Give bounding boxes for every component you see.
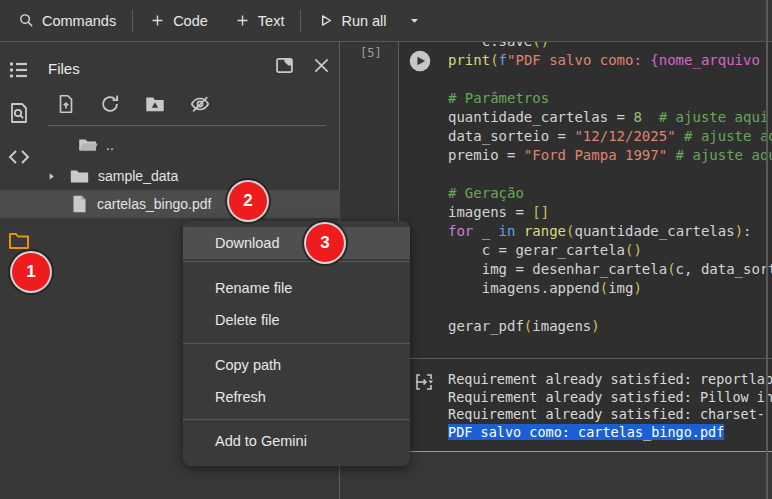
- code-line: quantidade_cartelas = 8 # ajuste aqui: [448, 108, 772, 127]
- hidden-files-icon: [189, 93, 211, 115]
- code-line: imagens.append(img): [448, 279, 772, 298]
- file-context-menu: Download Rename file Delete file Copy pa…: [183, 221, 410, 466]
- output-line: Requirement already satisfied: Pillow in: [448, 389, 772, 407]
- code-line: data_sorteio = "12/12/2025" # ajuste aqu…: [448, 127, 772, 146]
- run-all-label: Run all: [341, 13, 386, 29]
- tree-row-cartelas-bingo-pdf-selected[interactable]: cartelas_bingo.pdf: [0, 190, 340, 218]
- commands-button[interactable]: Commands: [12, 12, 122, 29]
- folder-icon: [70, 169, 89, 184]
- panel-divider: [48, 125, 326, 126]
- code-line: print(f"PDF salvo como: {nome_arquivo: [448, 51, 772, 70]
- menu-item-rename-file[interactable]: Rename file: [183, 272, 410, 304]
- close-icon: [311, 55, 332, 76]
- notebook-toolbar: Commands Code Text Run all: [0, 0, 772, 42]
- code-line: c = gerar_cartela(): [448, 241, 772, 260]
- output-line-highlighted: PDF salvo como: cartelas_bingo.pdf: [448, 424, 772, 442]
- code-line: premio = "Ford Pampa 1997" # ajuste aqui: [448, 146, 772, 165]
- tree-row-sample-data[interactable]: sample_data: [0, 162, 340, 190]
- toolbar-separator: [132, 10, 133, 32]
- code-line: # Geração: [448, 184, 772, 203]
- menu-item-refresh[interactable]: Refresh: [183, 381, 410, 413]
- mount-drive-icon: [144, 93, 166, 115]
- refresh-files-button[interactable]: [99, 93, 121, 115]
- refresh-icon: [99, 93, 121, 115]
- toggle-hidden-files-button[interactable]: [189, 93, 211, 115]
- plus-icon: [149, 12, 166, 29]
- code-line: imagens = []: [448, 203, 772, 222]
- menu-divider: [183, 261, 410, 262]
- tree-item-label: sample_data: [98, 168, 178, 184]
- execution-count: [5]: [360, 46, 382, 60]
- close-panel-button[interactable]: [311, 55, 332, 76]
- code-line: for _ in range(quantidade_cartelas):: [448, 222, 772, 241]
- upload-file-button[interactable]: [55, 93, 77, 115]
- code-line: img = desenhar_cartela(c, data_sorteio: [448, 260, 772, 279]
- code-line: [448, 298, 772, 317]
- menu-item-download[interactable]: Download: [183, 227, 410, 259]
- code-cell: c.save()print(f"PDF salvo como: {nome_ar…: [398, 42, 772, 452]
- parent-folder-icon: [78, 137, 98, 153]
- code-line: [448, 70, 772, 89]
- add-text-button[interactable]: Text: [228, 12, 291, 29]
- output-line: Requirement already satisfied: charset-: [448, 406, 772, 424]
- window-edge-scrollbar[interactable]: [766, 0, 768, 499]
- annotation-step-2: 2: [229, 182, 267, 220]
- table-of-contents-button[interactable]: [7, 58, 31, 82]
- cell-output[interactable]: Requirement already satisfied: reportlab…: [448, 371, 772, 441]
- tree-item-label: cartelas_bingo.pdf: [97, 196, 211, 212]
- code-line: gerar_pdf(imagens): [448, 317, 772, 336]
- dropdown-caret-icon: [406, 12, 423, 29]
- output-line: Requirement already satisfied: reportlab: [448, 371, 772, 389]
- file-icon: [72, 195, 87, 213]
- run-all-icon: [317, 12, 334, 29]
- upload-file-icon: [55, 93, 77, 115]
- code-line: [448, 165, 772, 184]
- search-icon: [18, 12, 35, 29]
- menu-item-delete-file[interactable]: Delete file: [183, 304, 410, 336]
- open-in-tab-icon: [274, 55, 295, 76]
- files-icon: [7, 228, 31, 252]
- find-replace-button[interactable]: [7, 101, 31, 125]
- cell-output-divider: [399, 358, 772, 359]
- tree-item-label: ..: [106, 137, 114, 153]
- mount-drive-button[interactable]: [144, 93, 166, 115]
- open-in-tab-button[interactable]: [274, 55, 295, 76]
- code-line: # Parâmetros: [448, 89, 772, 108]
- plus-icon: [234, 12, 251, 29]
- toolbar-separator: [300, 10, 301, 32]
- colab-window: [5] c.save()print(f"PDF salvo como: {nom…: [0, 0, 772, 499]
- annotation-step-3: 3: [306, 224, 344, 262]
- chevron-right-icon[interactable]: [46, 171, 57, 182]
- files-button-active[interactable]: [7, 228, 31, 252]
- output-icon[interactable]: [412, 370, 436, 394]
- code-editor[interactable]: c.save()print(f"PDF salvo como: {nome_ar…: [448, 32, 772, 348]
- run-cell-button[interactable]: [408, 49, 434, 75]
- menu-divider: [183, 343, 410, 344]
- find-replace-icon: [7, 101, 31, 125]
- run-all-button[interactable]: Run all: [311, 12, 428, 29]
- annotation-step-1: 1: [12, 253, 50, 291]
- menu-item-add-to-gemini[interactable]: Add to Gemini: [183, 425, 410, 457]
- menu-divider: [183, 419, 410, 420]
- commands-label: Commands: [42, 13, 116, 29]
- menu-item-copy-path[interactable]: Copy path: [183, 349, 410, 381]
- panel-title: Files: [48, 60, 80, 77]
- add-code-button[interactable]: Code: [143, 12, 214, 29]
- add-code-label: Code: [173, 13, 208, 29]
- toc-icon: [7, 58, 31, 82]
- add-text-label: Text: [258, 13, 285, 29]
- tree-row-parent-folder[interactable]: ..: [0, 131, 340, 159]
